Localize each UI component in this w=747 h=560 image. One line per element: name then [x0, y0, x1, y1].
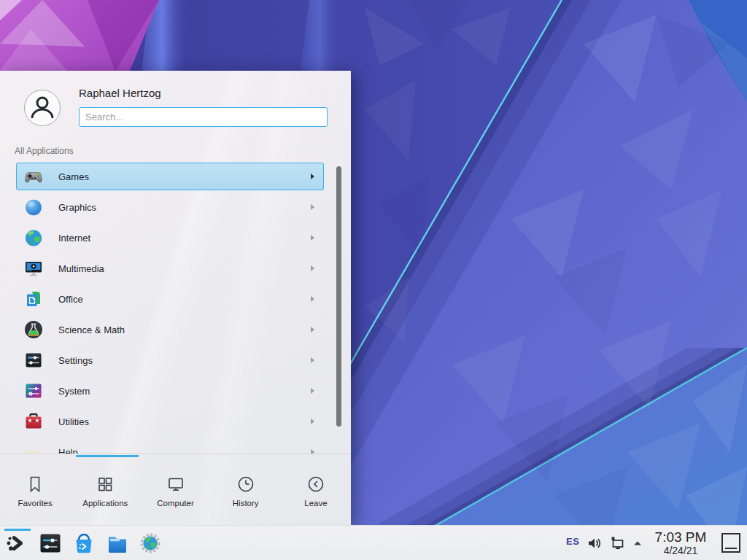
- category-office[interactable]: Office: [16, 285, 324, 313]
- footer-tab-bar: Favorites Applications Computer: [0, 457, 351, 525]
- computer-icon: [166, 475, 185, 494]
- submenu-arrow-icon: [311, 388, 314, 394]
- submenu-arrow-icon: [311, 357, 314, 363]
- category-label: Multimedia: [58, 263, 311, 274]
- user-avatar[interactable]: [24, 90, 61, 126]
- category-multimedia[interactable]: Multimedia: [16, 254, 324, 282]
- network-tray-button[interactable]: [608, 532, 628, 555]
- category-list: Games Graphics Internet: [0, 162, 351, 454]
- show-desktop-button[interactable]: [721, 533, 740, 553]
- globe-icon: [23, 228, 44, 248]
- category-system[interactable]: System: [16, 377, 324, 405]
- tab-favorites[interactable]: Favorites: [0, 457, 70, 525]
- file-manager-button[interactable]: [106, 532, 129, 555]
- submenu-arrow-icon: [311, 265, 314, 271]
- submenu-arrow-icon: [311, 327, 314, 332]
- category-label: Help: [58, 447, 311, 454]
- tab-label: Applications: [82, 499, 128, 508]
- tray-expand-button[interactable]: [630, 532, 646, 555]
- documents-icon: [23, 289, 44, 309]
- category-science-math[interactable]: Science & Math: [16, 316, 324, 343]
- category-internet[interactable]: Internet: [16, 224, 324, 252]
- help-icon: [23, 442, 44, 454]
- category-games[interactable]: Games: [16, 163, 324, 190]
- expand-caret-icon: [632, 537, 643, 549]
- tab-label: Leave: [304, 499, 327, 508]
- category-help[interactable]: Help: [16, 438, 324, 454]
- grid-icon: [96, 475, 115, 494]
- ball-icon: [23, 197, 44, 217]
- submenu-arrow-icon: [311, 174, 314, 179]
- footer-separator: [0, 454, 351, 454]
- web-browser-button[interactable]: [139, 532, 162, 555]
- tab-label: Computer: [157, 499, 194, 508]
- discover-icon: [72, 532, 96, 555]
- category-utilities[interactable]: Utilities: [16, 408, 324, 435]
- category-label: Graphics: [58, 202, 311, 213]
- monitor-play-icon: [23, 258, 44, 279]
- category-label: Office: [58, 294, 311, 305]
- list-scrollbar[interactable]: [336, 166, 341, 427]
- clock-icon: [236, 475, 255, 494]
- category-label: Internet: [58, 233, 311, 244]
- volume-icon: [587, 535, 603, 551]
- flask-icon: [23, 319, 44, 340]
- tab-label: History: [233, 499, 259, 508]
- submenu-arrow-icon: [311, 419, 314, 424]
- category-label: System: [58, 386, 311, 397]
- application-launcher-popup: Raphael Hertzog All Applications Games: [0, 71, 351, 525]
- search-input[interactable]: [79, 107, 328, 127]
- clock-time: 7:03 PM: [655, 530, 707, 545]
- tab-computer[interactable]: Computer: [140, 457, 210, 525]
- gamepad-icon: [23, 166, 44, 187]
- category-graphics[interactable]: Graphics: [16, 193, 324, 221]
- network-icon: [609, 534, 627, 552]
- volume-tray-button[interactable]: [585, 532, 604, 555]
- category-label: Utilities: [58, 416, 311, 427]
- user-icon: [26, 92, 58, 124]
- leave-icon: [306, 475, 325, 494]
- discover-button[interactable]: [72, 532, 96, 555]
- application-launcher-button[interactable]: [4, 532, 28, 555]
- category-label: Science & Math: [58, 324, 311, 335]
- folder-icon: [106, 532, 129, 555]
- digital-clock[interactable]: 7:03 PM 4/24/21: [649, 529, 712, 558]
- system-settings-button[interactable]: [39, 532, 62, 555]
- section-label: All Applications: [15, 146, 74, 156]
- toolbox-icon: [23, 411, 44, 432]
- system-settings-icon: [39, 532, 62, 555]
- taskbar: ES 7:03 PM 4/24/21: [0, 525, 747, 560]
- category-label: Settings: [58, 355, 311, 366]
- browser-globe-icon: [139, 532, 162, 555]
- kde-launcher-icon: [4, 531, 28, 556]
- user-name: Raphael Hertzog: [79, 87, 161, 99]
- submenu-arrow-icon: [311, 296, 314, 302]
- submenu-arrow-icon: [311, 235, 314, 241]
- category-settings[interactable]: Settings: [16, 346, 324, 374]
- tab-applications[interactable]: Applications: [70, 457, 140, 525]
- sliders-icon: [23, 350, 44, 370]
- bookmark-icon: [26, 475, 44, 494]
- tab-history[interactable]: History: [211, 457, 281, 525]
- system-sliders-icon: [23, 381, 44, 401]
- tab-label: Favorites: [18, 499, 52, 508]
- keyboard-layout-indicator[interactable]: ES: [566, 536, 579, 547]
- submenu-arrow-icon: [311, 204, 314, 210]
- tab-leave[interactable]: Leave: [281, 457, 351, 525]
- category-label: Games: [58, 171, 311, 182]
- clock-date: 4/24/21: [664, 545, 698, 556]
